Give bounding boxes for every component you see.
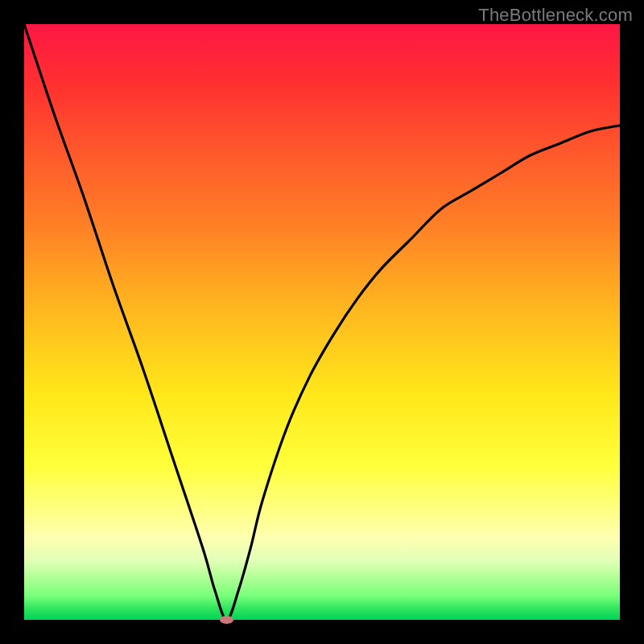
watermark-text: TheBottleneck.com: [478, 5, 633, 26]
curve-line: [24, 24, 620, 620]
bottleneck-curve: [24, 24, 620, 620]
plot-area: [24, 24, 620, 620]
optimum-marker: [220, 616, 234, 624]
chart-frame: TheBottleneck.com: [0, 0, 644, 644]
